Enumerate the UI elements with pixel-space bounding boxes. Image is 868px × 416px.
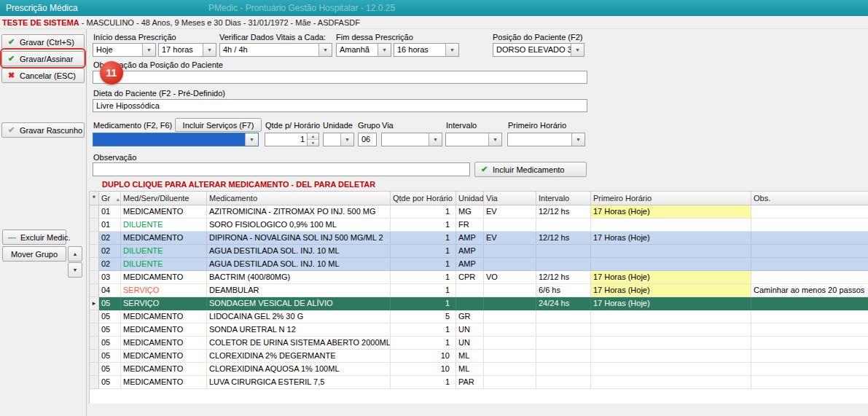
cell-medicamento[interactable]: SONDAGEM VESICAL DE ALÍVIO (207, 297, 391, 310)
chevron-down-icon[interactable]: ▼ (340, 133, 353, 146)
cell-obs[interactable]: Caminhar ao menos 20 passos (751, 284, 868, 297)
move-group-up-button[interactable]: ▲ (68, 246, 82, 262)
cell-intervalo[interactable]: 24/24 hs (536, 297, 591, 310)
table-row[interactable]: 02DILUENTEAGUA DESTILADA SOL. INJ. 10 ML… (90, 245, 868, 258)
cell-gr[interactable]: 05 (99, 363, 121, 376)
cell-intervalo[interactable] (536, 245, 591, 258)
cell-unidade[interactable]: AMP (456, 245, 484, 258)
cell-intervalo[interactable] (536, 310, 591, 323)
cell-via[interactable] (484, 219, 536, 232)
cell-tipo[interactable]: MEDICAMENTO (121, 350, 207, 363)
cell-via[interactable] (484, 337, 536, 350)
unidade-select[interactable]: ▼ (323, 133, 354, 146)
table-row[interactable]: 02DILUENTEAGUA DESTILADA SOL. INJ. 10 ML… (90, 258, 868, 271)
column-header-intervalo[interactable]: Intervalo (536, 192, 591, 205)
table-row[interactable]: 05MEDICAMENTOCLOREXIDINA AQUOSA 1% 100ML… (90, 363, 868, 376)
primeiro-horario-select[interactable]: ▼ (507, 133, 585, 146)
cell-tipo[interactable]: DILUENTE (121, 258, 207, 271)
cell-gr[interactable]: 05 (99, 310, 121, 323)
cell-obs[interactable] (751, 245, 868, 258)
inicio-day-select[interactable]: Hoje ▼ (93, 43, 156, 57)
column-header-via[interactable]: Via (484, 192, 536, 205)
cell-primeiro-horario[interactable]: 17 Horas (Hoje) (591, 205, 751, 219)
gravar-assinar-button[interactable]: ✔ Gravar/Assinar (1, 51, 85, 66)
cell-qtde[interactable]: 1 (391, 337, 456, 350)
cell-via[interactable] (484, 297, 536, 310)
cell-medicamento[interactable]: CLOREXIDINA 2% DEGERMANTE (207, 350, 391, 363)
via-select[interactable]: ▼ (381, 133, 442, 146)
cell-via[interactable] (484, 363, 536, 376)
cell-intervalo[interactable] (536, 363, 591, 376)
cell-medicamento[interactable]: DEAMBULAR (207, 284, 391, 297)
posicao-paciente-select[interactable]: DORSO ELEVADO 30 G ▼ (493, 43, 584, 57)
cell-qtde[interactable]: 10 (391, 350, 456, 363)
cell-tipo[interactable]: MEDICAMENTO (121, 363, 207, 376)
cell-intervalo[interactable]: 12/12 hs (536, 205, 591, 219)
cell-tipo[interactable]: DILUENTE (121, 245, 207, 258)
cell-primeiro-horario[interactable] (591, 363, 751, 376)
cell-intervalo[interactable]: 6/6 hs (536, 284, 591, 297)
table-row[interactable]: 02MEDICAMENTODIPIRONA - NOVALGINA SOL IN… (90, 232, 868, 245)
cell-gr[interactable]: 02 (99, 232, 121, 245)
column-header-medicamento[interactable]: Medicamento (207, 192, 391, 205)
cell-obs[interactable] (751, 350, 868, 363)
table-row[interactable]: 05MEDICAMENTOLUVA CIRURGICA ESTERIL 7,51… (90, 376, 868, 389)
cell-via[interactable] (484, 323, 536, 337)
cell-via[interactable] (484, 245, 536, 258)
cell-qtde[interactable]: 1 (391, 245, 456, 258)
cell-intervalo[interactable] (536, 323, 591, 337)
cell-gr[interactable]: 05 (99, 323, 121, 337)
cell-qtde[interactable]: 1 (391, 376, 456, 389)
incluir-servicos-button[interactable]: Incluir Serviços (F7) (175, 118, 262, 132)
cell-primeiro-horario[interactable]: 17 Horas (Hoje) (591, 297, 751, 310)
grupo-input[interactable]: 06 (358, 133, 377, 146)
spin-down-icon[interactable]: ▼ (308, 140, 318, 146)
column-header-obs[interactable]: Obs. (751, 192, 868, 205)
cell-tipo[interactable]: SERVIÇO (121, 297, 207, 310)
cell-tipo[interactable]: SERVIÇO (121, 284, 207, 297)
cell-gr[interactable]: 04 (99, 284, 121, 297)
qtde-stepper[interactable]: 1 ▲▼ (265, 133, 319, 146)
cell-gr[interactable]: 01 (99, 219, 121, 232)
cell-gr[interactable]: 05 (99, 376, 121, 389)
cell-primeiro-horario[interactable]: 17 Horas (Hoje) (591, 232, 751, 245)
cell-unidade[interactable]: PAR (456, 376, 484, 389)
cell-intervalo[interactable] (536, 258, 591, 271)
cell-qtde[interactable]: 1 (391, 297, 456, 310)
table-row[interactable]: 01MEDICAMENTOAZITROMICINA - ZITROMAX PO … (90, 205, 868, 219)
cell-obs[interactable] (751, 376, 868, 389)
column-header-primeiro-horario[interactable]: Primeiro Horário (591, 192, 751, 205)
cell-tipo[interactable]: DILUENTE (121, 219, 207, 232)
cell-obs[interactable] (751, 232, 868, 245)
table-row[interactable]: 05MEDICAMENTOCOLETOR DE URINA SISTEMA AB… (90, 337, 868, 350)
cell-via[interactable]: VO (484, 271, 536, 284)
cell-medicamento[interactable]: AZITROMICINA - ZITROMAX PO INJ. 500 MG (207, 205, 391, 219)
spin-up-icon[interactable]: ▲ (308, 133, 318, 140)
cell-gr[interactable]: 02 (99, 258, 121, 271)
cell-gr[interactable]: 05 (99, 337, 121, 350)
cell-tipo[interactable]: MEDICAMENTO (121, 232, 207, 245)
chevron-down-icon[interactable]: ▼ (571, 44, 584, 56)
cell-obs[interactable] (751, 271, 868, 284)
table-row[interactable]: ▸05SERVIÇOSONDAGEM VESICAL DE ALÍVIO124/… (90, 297, 868, 310)
column-header-gr[interactable]: Gr▲ (99, 192, 121, 205)
mover-grupo-button[interactable]: Mover Grupo (2, 246, 66, 262)
cell-qtde[interactable]: 5 (391, 310, 456, 323)
chevron-down-icon[interactable]: ▼ (445, 44, 458, 56)
cell-primeiro-horario[interactable] (591, 245, 751, 258)
gravar-rascunho-button[interactable]: ✔ Gravar Rascunho (1, 122, 85, 138)
cell-tipo[interactable]: MEDICAMENTO (121, 205, 207, 219)
medicamento-select[interactable]: ▼ (93, 133, 259, 146)
cell-primeiro-horario[interactable] (591, 323, 751, 337)
table-row[interactable]: 05MEDICAMENTOSONDA URETRAL N 121UN (90, 323, 868, 337)
cell-qtde[interactable]: 1 (391, 271, 456, 284)
table-row[interactable]: 04SERVIÇODEAMBULAR16/6 hs17 Horas (Hoje)… (90, 284, 868, 297)
cell-primeiro-horario[interactable]: 17 Horas (Hoje) (591, 284, 751, 297)
cell-medicamento[interactable]: LIDOCAINA GEL 2% 30 G (207, 310, 391, 323)
cell-obs[interactable] (751, 258, 868, 271)
cell-primeiro-horario[interactable] (591, 219, 751, 232)
cell-gr[interactable]: 01 (99, 205, 121, 219)
column-header-qtde-por-horario[interactable]: Qtde por Horário (391, 192, 456, 205)
cell-via[interactable]: EV (484, 205, 536, 219)
cell-primeiro-horario[interactable] (591, 376, 751, 389)
